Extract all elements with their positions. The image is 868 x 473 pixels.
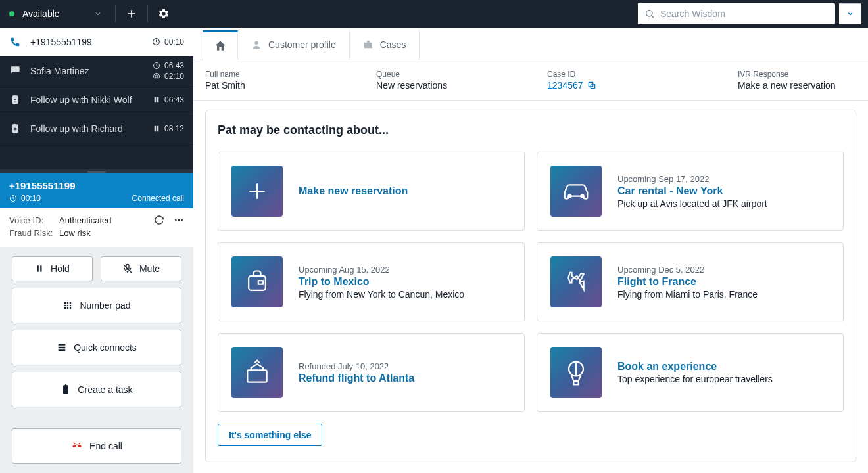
card-meta: Refunded July 10, 2022 (299, 361, 414, 371)
svg-point-23 (64, 305, 66, 307)
card-subtitle: Flying from New York to Cancun, Mexico (299, 289, 464, 300)
svg-point-7 (155, 75, 158, 78)
full-name-label: Full name (205, 70, 350, 79)
svg-rect-41 (573, 381, 578, 385)
sidebar: +19155551199 00:10 Sofia Martinez 06:43 (0, 28, 193, 473)
svg-point-13 (175, 219, 177, 221)
create-task-button[interactable]: Create a task (12, 372, 181, 407)
contact-label: Follow up with Nikki Wolf (30, 95, 143, 105)
clipboard-icon (9, 124, 21, 134)
end-call-button[interactable]: End call (12, 428, 181, 464)
fraud-risk-value: Low risk (59, 228, 91, 238)
mute-button[interactable]: Mute (101, 256, 181, 281)
contact-label: +19155551199 (30, 37, 143, 47)
queue-label: Queue (376, 70, 521, 79)
refresh-icon[interactable] (154, 215, 164, 225)
card-make-reservation[interactable]: Make new reservation (218, 152, 525, 231)
search-icon (644, 9, 655, 19)
svg-rect-16 (37, 265, 39, 271)
search-expand-button[interactable] (839, 3, 861, 24)
phone-icon (9, 37, 21, 47)
briefcase-icon (363, 39, 374, 50)
plus-icon (231, 166, 283, 217)
contact-item-task[interactable]: Follow up with Richard 08:12 (0, 114, 193, 143)
contact-timer: 06:43 (153, 61, 184, 70)
user-icon (251, 39, 262, 50)
tab-customer-profile[interactable]: Customer profile (238, 30, 350, 60)
card-meta: Upcoming Sep 17, 2022 (617, 174, 767, 184)
card-title: Flight to France (617, 276, 758, 288)
main-area: Customer profile Cases Full name Pat Smi… (193, 28, 868, 473)
card-title: Trip to Mexico (299, 276, 464, 288)
active-call-banner: +19155551199 00:10 Connected call (0, 173, 193, 208)
chat-icon (9, 66, 21, 76)
status-indicator-dot (9, 11, 14, 16)
case-id-label: Case ID (547, 70, 711, 79)
more-icon[interactable] (174, 215, 184, 225)
tab-home[interactable] (203, 30, 238, 60)
suggestions-panel: Pat may be contacting about... Make new … (205, 110, 856, 462)
top-bar: Available (0, 0, 868, 28)
quick-connects-button[interactable]: Quick connects (12, 330, 181, 365)
svg-rect-9 (157, 97, 158, 102)
chevron-down-icon (94, 10, 102, 18)
contact-label: Sofia Martinez (30, 66, 143, 76)
voice-id-label: Voice ID: (9, 215, 55, 225)
card-flight-france[interactable]: Upcoming Dec 5, 2022 Flight to France Fl… (537, 242, 844, 321)
svg-point-2 (646, 11, 652, 16)
divider (147, 5, 148, 22)
contact-item-chat[interactable]: Sofia Martinez 06:43 02:10 (0, 56, 193, 85)
card-meta: Upcoming Dec 5, 2022 (617, 265, 758, 275)
balloon-icon (550, 347, 602, 398)
svg-point-14 (178, 219, 180, 221)
svg-point-20 (64, 302, 66, 304)
svg-point-27 (67, 307, 69, 309)
tab-cases[interactable]: Cases (350, 30, 420, 60)
add-button[interactable] (120, 2, 143, 26)
card-title: Refund flight to Atlanta (299, 372, 414, 384)
contact-info-strip: Full name Pat Smith Queue New reservatio… (193, 60, 868, 101)
voice-id-panel: Voice ID: Authenticated Fraud Risk: Low … (0, 208, 193, 247)
case-id-link[interactable]: 1234567 (547, 80, 711, 91)
search-box[interactable] (638, 3, 835, 24)
ivr-value: Make a new reservation (738, 80, 856, 91)
divider (115, 5, 116, 22)
svg-point-29 (254, 41, 258, 45)
card-title: Car rental - New York (617, 185, 767, 197)
svg-rect-17 (40, 265, 41, 271)
queue-value: New reservations (376, 80, 521, 91)
svg-point-15 (181, 219, 183, 221)
fraud-risk-label: Fraud Risk: (9, 228, 55, 238)
agent-status-dropdown[interactable]: Available (0, 0, 111, 28)
number-pad-button[interactable]: Number pad (12, 288, 181, 323)
contact-item-task[interactable]: Follow up with Nikki Wolf 06:43 (0, 85, 193, 114)
copy-icon[interactable] (587, 81, 596, 90)
something-else-button[interactable]: It's something else (218, 424, 322, 446)
tab-bar: Customer profile Cases (193, 28, 868, 60)
card-book-experience[interactable]: Book an experience Top experience for eu… (537, 333, 844, 412)
contact-item-call[interactable]: +19155551199 00:10 (0, 28, 193, 56)
svg-rect-39 (247, 370, 266, 382)
svg-point-21 (67, 302, 69, 304)
luggage-icon (231, 256, 283, 307)
hold-button[interactable]: Hold (12, 256, 93, 281)
call-controls: Hold Mute Number pad Quick connects (0, 247, 193, 473)
card-refund-atlanta[interactable]: Refunded July 10, 2022 Refund flight to … (218, 333, 525, 412)
contact-timer: 00:10 (152, 37, 184, 47)
plane-icon (550, 256, 602, 307)
svg-line-3 (652, 16, 654, 18)
card-trip-mexico[interactable]: Upcoming Aug 15, 2022 Trip to Mexico Fly… (218, 242, 525, 321)
refund-icon (231, 347, 283, 398)
svg-rect-10 (155, 126, 156, 131)
card-subtitle: Top experience for europear travellers (617, 374, 773, 384)
svg-rect-11 (157, 126, 158, 131)
call-status: Connected call (132, 194, 184, 203)
svg-rect-30 (364, 43, 372, 49)
search-input[interactable] (638, 3, 809, 24)
card-subtitle: Flying from Miami to Paris, France (617, 289, 758, 300)
card-car-rental[interactable]: Upcoming Sep 17, 2022 Car rental - New Y… (537, 152, 844, 231)
svg-rect-8 (155, 97, 156, 102)
settings-button[interactable] (152, 2, 176, 26)
svg-point-28 (70, 307, 72, 309)
end-call-icon (71, 440, 83, 452)
